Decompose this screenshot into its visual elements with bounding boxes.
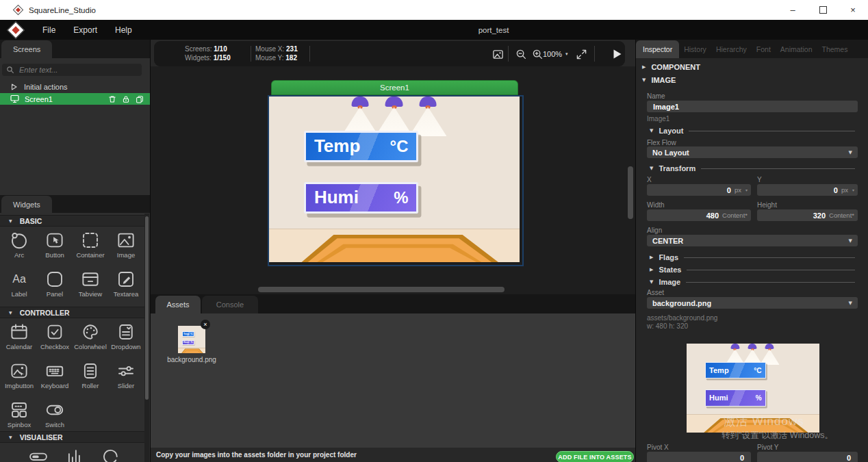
- widget-checkbox[interactable]: Checkbox: [37, 319, 73, 358]
- temp-panel[interactable]: Temp °C: [304, 131, 418, 162]
- minimize-button[interactable]: –: [778, 0, 808, 20]
- widget-calendar[interactable]: Calendar: [1, 319, 37, 358]
- tab-console[interactable]: Console: [202, 296, 258, 313]
- widget-switch[interactable]: Switch: [37, 397, 73, 436]
- transform-section-header[interactable]: ▼ Transform: [650, 164, 855, 172]
- widget-textarea[interactable]: Textarea: [108, 266, 144, 305]
- lock-icon[interactable]: [122, 95, 130, 103]
- widget-label[interactable]: Aa Label: [1, 266, 37, 305]
- widget-spinbox[interactable]: Spinbox: [1, 397, 37, 436]
- tab-inspector[interactable]: Inspector: [636, 40, 679, 58]
- menu-file[interactable]: File: [34, 20, 64, 40]
- textarea-icon: [116, 269, 136, 290]
- widget-imgbutton[interactable]: Imgbutton: [1, 358, 37, 397]
- section-visualiser[interactable]: ▼ VISUALISER: [0, 431, 144, 443]
- zoom-out-button[interactable]: [514, 47, 528, 61]
- zoom-level-value[interactable]: 100%: [543, 50, 562, 58]
- chevron-down-icon: ▾: [852, 188, 854, 192]
- tab-font[interactable]: Font: [752, 40, 776, 58]
- widget-chart[interactable]: [56, 444, 92, 462]
- fit-screen-button[interactable]: [574, 47, 588, 61]
- mouse-x-value: 231: [286, 45, 298, 53]
- align-dropdown[interactable]: CENTER ▼: [647, 235, 858, 246]
- asset-thumbnail[interactable]: × Temp°C Humi%: [178, 326, 205, 353]
- y-input[interactable]: 0 px ▾: [757, 184, 858, 196]
- widget-keyboard[interactable]: Keyboard: [37, 358, 73, 397]
- widget-tabview[interactable]: Tabview: [73, 266, 108, 305]
- duplicate-icon[interactable]: [136, 95, 144, 103]
- zoom-caret-icon[interactable]: ▾: [565, 51, 568, 57]
- screen-list-item[interactable]: Screen1: [0, 93, 150, 105]
- height-input[interactable]: 320 Content*: [757, 209, 858, 221]
- tab-screens[interactable]: Screens: [1, 40, 52, 58]
- arc-icon: [9, 230, 29, 251]
- widgets-scrollbar-thumb[interactable]: [145, 216, 149, 400]
- widget-container[interactable]: Container: [73, 227, 108, 266]
- x-input[interactable]: 0 px ▾: [647, 184, 751, 196]
- maximize-button[interactable]: [808, 0, 838, 20]
- initial-actions-item[interactable]: Initial actions: [10, 81, 68, 92]
- menu-help[interactable]: Help: [106, 20, 141, 40]
- chevron-down-icon: ▾: [745, 188, 748, 192]
- flags-section-header[interactable]: ▶ Flags: [650, 253, 855, 261]
- menu-export[interactable]: Export: [64, 20, 106, 40]
- section-controller[interactable]: ▼ CONTROLLER: [0, 307, 144, 318]
- states-section-header[interactable]: ▶ States: [650, 266, 855, 274]
- canvas-vscrollbar[interactable]: [628, 166, 633, 219]
- delete-asset-icon[interactable]: ×: [201, 320, 210, 329]
- design-canvas[interactable]: Temp °C Humi %: [268, 95, 524, 266]
- tab-themes[interactable]: Themes: [817, 40, 853, 58]
- height-label: Height: [757, 201, 777, 209]
- screens-search[interactable]: [2, 64, 142, 76]
- screen-title-bar[interactable]: Screen1: [271, 80, 518, 95]
- search-input[interactable]: [18, 65, 138, 75]
- humi-panel[interactable]: Humi %: [304, 182, 418, 214]
- layout-section-header[interactable]: ▼ Layout: [650, 127, 855, 135]
- asset-dropdown[interactable]: background.png ▼: [647, 297, 858, 309]
- widget-roller[interactable]: Roller: [73, 358, 108, 397]
- widget-button[interactable]: Button: [37, 227, 73, 266]
- x-label: X: [647, 176, 652, 183]
- widget-arc[interactable]: Arc: [1, 227, 37, 266]
- background-image-button[interactable]: [491, 47, 505, 61]
- section-basic[interactable]: ▼ BASIC: [0, 215, 144, 227]
- name-input[interactable]: Image1: [647, 101, 858, 112]
- label-icon: Aa: [9, 269, 29, 290]
- tab-history[interactable]: History: [679, 40, 711, 58]
- asset-item-background[interactable]: × Temp°C Humi% background.png: [164, 326, 219, 365]
- align-label: Align: [647, 227, 662, 234]
- chevron-right-icon: ▶: [642, 64, 646, 70]
- humi-label: Humi: [314, 187, 359, 208]
- component-section-header[interactable]: ▶ COMPONENT: [642, 63, 700, 71]
- width-input[interactable]: 480 Content*: [647, 209, 751, 221]
- zoom-in-icon: [532, 49, 544, 60]
- image-subsection-header[interactable]: ▼ Image: [650, 278, 855, 286]
- canvas-hscrollbar[interactable]: [258, 287, 505, 292]
- screens-count-label: Screens:: [185, 45, 212, 53]
- widget-colorwheel[interactable]: Colorwheel: [73, 319, 108, 358]
- widget-dropdown[interactable]: Dropdown: [108, 319, 144, 358]
- close-button[interactable]: ×: [838, 0, 868, 20]
- widget-bar[interactable]: [20, 444, 56, 462]
- widget-spinner[interactable]: [92, 444, 129, 462]
- tab-assets[interactable]: Assets: [155, 296, 201, 313]
- mouse-y-label: Mouse Y:: [255, 54, 284, 62]
- pivot-x-input[interactable]: 0: [647, 452, 751, 462]
- pivot-y-input[interactable]: 0: [757, 452, 858, 462]
- zoom-in-button[interactable]: [531, 47, 544, 61]
- screen-title: Screen1: [380, 84, 409, 92]
- widget-image[interactable]: Image: [108, 227, 144, 266]
- tab-hierarchy[interactable]: Hierarchy: [711, 40, 752, 58]
- add-file-into-assets-button[interactable]: ADD FILE INTO ASSETS: [556, 451, 634, 462]
- tab-animation[interactable]: Animation: [776, 40, 817, 58]
- image-section-header[interactable]: ▼ IMAGE: [642, 76, 676, 84]
- tab-widgets[interactable]: Widgets: [1, 196, 52, 214]
- widget-panel[interactable]: Panel: [37, 266, 73, 305]
- scene-table: [269, 235, 520, 262]
- play-button[interactable]: [610, 47, 624, 61]
- flex-flow-dropdown[interactable]: No Layout ▼: [647, 146, 858, 158]
- screen-name: Screen1: [25, 95, 53, 103]
- trash-icon[interactable]: [108, 95, 116, 103]
- widget-slider[interactable]: Slider: [108, 358, 144, 397]
- asset-thumbnail-scene: Temp°C Humi%: [178, 326, 205, 353]
